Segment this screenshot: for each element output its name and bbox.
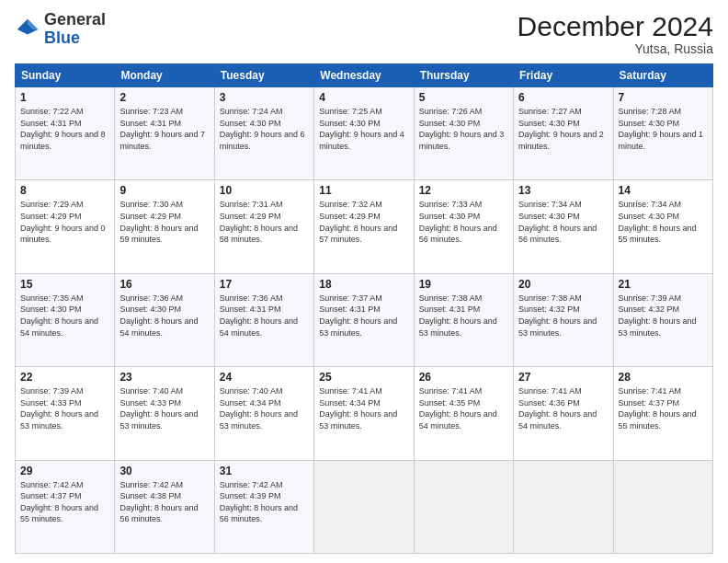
- col-header-friday: Friday: [514, 64, 613, 87]
- day-info: Sunrise: 7:34 AMSunset: 4:30 PMDaylight:…: [518, 200, 597, 244]
- day-cell: 23Sunrise: 7:40 AMSunset: 4:33 PMDayligh…: [115, 367, 214, 460]
- col-header-monday: Monday: [115, 64, 214, 87]
- day-cell: 27Sunrise: 7:41 AMSunset: 4:36 PMDayligh…: [514, 367, 613, 460]
- day-cell: 3Sunrise: 7:24 AMSunset: 4:30 PMDaylight…: [214, 87, 313, 180]
- day-cell: 7Sunrise: 7:28 AMSunset: 4:30 PMDaylight…: [613, 87, 712, 180]
- day-cell: 22Sunrise: 7:39 AMSunset: 4:33 PMDayligh…: [16, 367, 115, 460]
- day-info: Sunrise: 7:40 AMSunset: 4:34 PMDaylight:…: [220, 386, 298, 431]
- day-number: 9: [119, 184, 209, 197]
- day-cell: 4Sunrise: 7:25 AMSunset: 4:30 PMDaylight…: [314, 87, 414, 180]
- day-cell: 13Sunrise: 7:34 AMSunset: 4:30 PMDayligh…: [514, 180, 613, 273]
- day-number: 27: [518, 371, 608, 384]
- day-info: Sunrise: 7:28 AMSunset: 4:30 PMDaylight:…: [619, 107, 704, 151]
- day-cell: 17Sunrise: 7:36 AMSunset: 4:31 PMDayligh…: [214, 273, 313, 366]
- logo-text: General Blue: [44, 11, 106, 48]
- day-info: Sunrise: 7:41 AMSunset: 4:34 PMDaylight:…: [319, 386, 397, 431]
- day-cell: 24Sunrise: 7:40 AMSunset: 4:34 PMDayligh…: [214, 367, 313, 460]
- day-number: 24: [220, 371, 309, 384]
- calendar-title: December 2024: [518, 11, 713, 41]
- day-number: 6: [518, 91, 608, 104]
- day-cell: 2Sunrise: 7:23 AMSunset: 4:31 PMDaylight…: [115, 87, 214, 180]
- day-number: 18: [319, 278, 408, 291]
- day-number: 12: [419, 184, 508, 197]
- day-info: Sunrise: 7:31 AMSunset: 4:29 PMDaylight:…: [220, 200, 298, 244]
- day-number: 13: [518, 184, 608, 197]
- day-info: Sunrise: 7:42 AMSunset: 4:37 PMDaylight:…: [20, 480, 98, 524]
- day-info: Sunrise: 7:32 AMSunset: 4:29 PMDaylight:…: [319, 200, 397, 244]
- title-section: December 2024 Yutsa, Russia: [518, 11, 713, 56]
- day-number: 22: [20, 371, 109, 384]
- day-cell: 18Sunrise: 7:37 AMSunset: 4:31 PMDayligh…: [314, 273, 414, 366]
- day-info: Sunrise: 7:33 AMSunset: 4:30 PMDaylight:…: [419, 200, 497, 244]
- day-number: 4: [319, 91, 408, 104]
- day-cell: 15Sunrise: 7:35 AMSunset: 4:30 PMDayligh…: [16, 273, 115, 366]
- day-cell: 31Sunrise: 7:42 AMSunset: 4:39 PMDayligh…: [214, 460, 313, 553]
- day-number: 29: [20, 465, 109, 477]
- day-info: Sunrise: 7:29 AMSunset: 4:29 PMDaylight:…: [20, 200, 106, 244]
- day-cell: 25Sunrise: 7:41 AMSunset: 4:34 PMDayligh…: [314, 367, 414, 460]
- day-number: 7: [619, 91, 708, 104]
- calendar-subtitle: Yutsa, Russia: [518, 41, 713, 56]
- day-number: 3: [220, 91, 309, 104]
- day-info: Sunrise: 7:23 AMSunset: 4:31 PMDaylight:…: [119, 107, 205, 151]
- day-number: 8: [20, 184, 109, 197]
- col-header-thursday: Thursday: [414, 64, 513, 87]
- day-cell: 16Sunrise: 7:36 AMSunset: 4:30 PMDayligh…: [115, 273, 214, 366]
- day-info: Sunrise: 7:41 AMSunset: 4:37 PMDaylight:…: [619, 386, 697, 431]
- day-info: Sunrise: 7:34 AMSunset: 4:30 PMDaylight:…: [619, 200, 697, 244]
- day-number: 14: [619, 184, 708, 197]
- day-cell: 14Sunrise: 7:34 AMSunset: 4:30 PMDayligh…: [613, 180, 712, 273]
- day-info: Sunrise: 7:38 AMSunset: 4:32 PMDaylight:…: [518, 293, 597, 338]
- day-info: Sunrise: 7:39 AMSunset: 4:32 PMDaylight:…: [619, 293, 697, 338]
- day-number: 21: [619, 278, 708, 291]
- day-cell: 29Sunrise: 7:42 AMSunset: 4:37 PMDayligh…: [16, 460, 115, 553]
- day-cell: [414, 460, 513, 553]
- day-cell: 26Sunrise: 7:41 AMSunset: 4:35 PMDayligh…: [414, 367, 513, 460]
- week-row-3: 15Sunrise: 7:35 AMSunset: 4:30 PMDayligh…: [16, 273, 713, 366]
- day-info: Sunrise: 7:27 AMSunset: 4:30 PMDaylight:…: [518, 107, 604, 151]
- day-number: 25: [319, 371, 408, 384]
- day-cell: 10Sunrise: 7:31 AMSunset: 4:29 PMDayligh…: [214, 180, 313, 273]
- day-number: 31: [220, 465, 309, 477]
- header: General Blue December 2024 Yutsa, Russia: [15, 11, 713, 56]
- day-info: Sunrise: 7:39 AMSunset: 4:33 PMDaylight:…: [20, 386, 98, 431]
- day-info: Sunrise: 7:22 AMSunset: 4:31 PMDaylight:…: [20, 107, 106, 151]
- day-cell: 21Sunrise: 7:39 AMSunset: 4:32 PMDayligh…: [613, 273, 712, 366]
- col-header-wednesday: Wednesday: [314, 64, 414, 87]
- day-info: Sunrise: 7:42 AMSunset: 4:38 PMDaylight:…: [119, 480, 198, 524]
- day-cell: 8Sunrise: 7:29 AMSunset: 4:29 PMDaylight…: [16, 180, 115, 273]
- day-info: Sunrise: 7:41 AMSunset: 4:36 PMDaylight:…: [518, 386, 597, 431]
- day-info: Sunrise: 7:37 AMSunset: 4:31 PMDaylight:…: [319, 293, 397, 338]
- day-cell: 5Sunrise: 7:26 AMSunset: 4:30 PMDaylight…: [414, 87, 513, 180]
- day-number: 5: [419, 91, 508, 104]
- day-info: Sunrise: 7:30 AMSunset: 4:29 PMDaylight:…: [119, 200, 198, 244]
- day-cell: 19Sunrise: 7:38 AMSunset: 4:31 PMDayligh…: [414, 273, 513, 366]
- day-info: Sunrise: 7:41 AMSunset: 4:35 PMDaylight:…: [419, 386, 497, 431]
- day-info: Sunrise: 7:25 AMSunset: 4:30 PMDaylight:…: [319, 107, 404, 151]
- col-header-tuesday: Tuesday: [214, 64, 313, 87]
- day-info: Sunrise: 7:38 AMSunset: 4:31 PMDaylight:…: [419, 293, 497, 338]
- day-cell: 20Sunrise: 7:38 AMSunset: 4:32 PMDayligh…: [514, 273, 613, 366]
- day-number: 20: [518, 278, 608, 291]
- day-number: 15: [20, 278, 109, 291]
- day-info: Sunrise: 7:35 AMSunset: 4:30 PMDaylight:…: [20, 293, 98, 338]
- day-number: 16: [119, 278, 209, 291]
- calendar-table: SundayMondayTuesdayWednesdayThursdayFrid…: [15, 63, 713, 554]
- day-cell: 28Sunrise: 7:41 AMSunset: 4:37 PMDayligh…: [613, 367, 712, 460]
- day-info: Sunrise: 7:40 AMSunset: 4:33 PMDaylight:…: [119, 386, 198, 431]
- col-header-sunday: Sunday: [16, 64, 115, 87]
- day-cell: [613, 460, 712, 553]
- day-cell: [314, 460, 414, 553]
- col-header-saturday: Saturday: [613, 64, 712, 87]
- day-number: 19: [419, 278, 508, 291]
- day-number: 30: [119, 465, 209, 477]
- day-info: Sunrise: 7:24 AMSunset: 4:30 PMDaylight:…: [220, 107, 305, 151]
- week-row-5: 29Sunrise: 7:42 AMSunset: 4:37 PMDayligh…: [16, 460, 713, 553]
- day-cell: 1Sunrise: 7:22 AMSunset: 4:31 PMDaylight…: [16, 87, 115, 180]
- day-info: Sunrise: 7:36 AMSunset: 4:31 PMDaylight:…: [220, 293, 298, 338]
- day-number: 11: [319, 184, 408, 197]
- day-cell: 9Sunrise: 7:30 AMSunset: 4:29 PMDaylight…: [115, 180, 214, 273]
- day-info: Sunrise: 7:26 AMSunset: 4:30 PMDaylight:…: [419, 107, 505, 151]
- day-cell: 6Sunrise: 7:27 AMSunset: 4:30 PMDaylight…: [514, 87, 613, 180]
- day-number: 2: [119, 91, 209, 104]
